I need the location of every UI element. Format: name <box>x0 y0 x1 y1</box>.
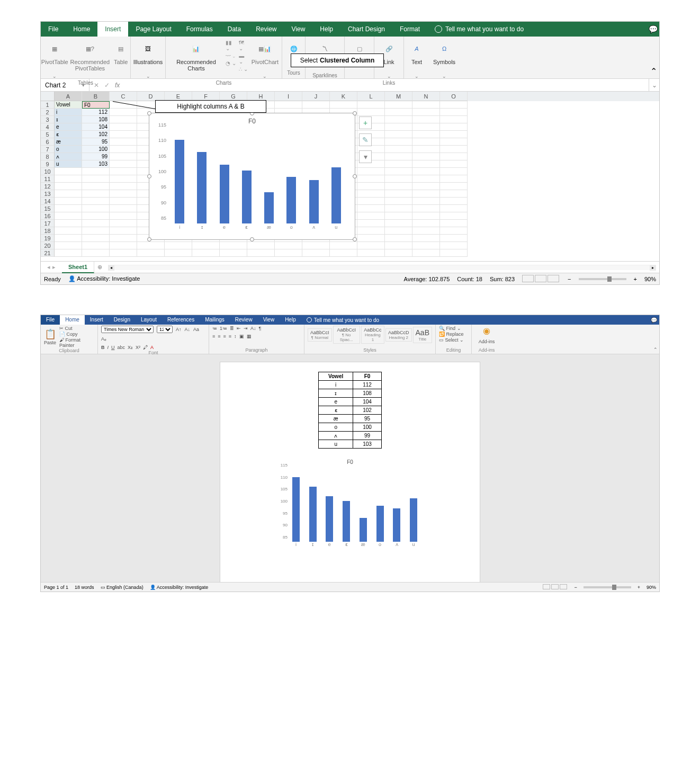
chart-type-gallery[interactable]: ▮▮ 〰 ◔ <box>226 40 237 66</box>
bar[interactable] <box>309 487 317 542</box>
cell[interactable] <box>440 227 468 235</box>
cell[interactable] <box>330 242 357 249</box>
cell[interactable] <box>82 183 110 190</box>
cell[interactable] <box>440 242 468 249</box>
tab-design[interactable]: Design <box>109 315 136 325</box>
cell[interactable] <box>385 146 412 153</box>
cell[interactable] <box>412 123 440 131</box>
cell[interactable] <box>357 249 385 257</box>
cell[interactable] <box>440 183 468 190</box>
text-highlight-button[interactable]: 🖍 <box>143 345 148 350</box>
bar[interactable] <box>343 501 350 542</box>
tab-references[interactable]: References <box>162 315 200 325</box>
tab-home[interactable]: Home <box>66 22 97 37</box>
cell[interactable] <box>440 131 468 138</box>
cell[interactable] <box>55 168 82 175</box>
align-left-button[interactable]: ≡ <box>212 334 215 339</box>
scatter-chart-icon[interactable]: ∴ <box>239 66 249 72</box>
cell[interactable] <box>82 168 110 175</box>
zoom-out[interactable]: − <box>568 276 571 282</box>
style-tile[interactable]: AaBbCcI¶ No Spac... <box>333 326 360 344</box>
cell[interactable] <box>110 109 137 116</box>
cell[interactable] <box>385 138 412 146</box>
cell[interactable] <box>110 138 137 146</box>
line-spacing-button[interactable]: ↕ <box>234 334 237 339</box>
cell[interactable]: ʌ <box>55 153 82 160</box>
bar[interactable] <box>376 506 384 542</box>
cell[interactable] <box>110 153 137 160</box>
font-name-select[interactable]: Times New Roman <box>101 326 154 333</box>
zoom-in[interactable]: + <box>638 585 640 590</box>
cell[interactable] <box>82 190 110 198</box>
tab-review[interactable]: Review <box>230 315 258 325</box>
table-row[interactable]: æ95 <box>319 415 382 423</box>
cell[interactable] <box>110 160 137 168</box>
cell[interactable] <box>412 249 440 257</box>
resize-handle[interactable] <box>250 237 254 241</box>
cell[interactable] <box>82 212 110 220</box>
tab-data[interactable]: Data <box>220 22 248 37</box>
cell[interactable] <box>82 242 110 249</box>
line-chart-icon[interactable]: 〰 <box>226 53 237 59</box>
cell[interactable] <box>110 116 137 123</box>
cell[interactable] <box>357 212 385 220</box>
cell[interactable] <box>385 101 412 109</box>
cell[interactable]: o <box>55 146 82 153</box>
cell[interactable] <box>385 220 412 227</box>
cell[interactable] <box>385 109 412 116</box>
cell[interactable] <box>357 175 385 183</box>
cell[interactable] <box>385 212 412 220</box>
tell-me-box[interactable]: Tell me what you want to do <box>427 25 647 33</box>
bullets-button[interactable]: ≔ <box>212 326 217 331</box>
recommended-charts-button[interactable]: 📊Recommended Charts <box>169 40 223 71</box>
cell[interactable] <box>412 153 440 160</box>
cell[interactable]: ɛ <box>55 131 82 138</box>
cell[interactable] <box>110 198 137 205</box>
show-marks-button[interactable]: ¶ <box>259 326 262 331</box>
zoom-level[interactable]: 90% <box>647 585 656 590</box>
sort-button[interactable]: A↓ <box>250 326 256 331</box>
cell[interactable] <box>385 175 412 183</box>
tab-insert[interactable]: Insert <box>97 22 128 37</box>
multilevel-button[interactable]: ≣ <box>230 326 234 331</box>
style-tile[interactable]: AaBbCcI¶ Normal <box>308 328 332 342</box>
cell[interactable] <box>412 183 440 190</box>
cell[interactable] <box>357 198 385 205</box>
cell[interactable] <box>440 190 468 198</box>
cell[interactable] <box>165 242 192 249</box>
cell[interactable] <box>275 249 302 257</box>
cell[interactable] <box>440 138 468 146</box>
cell[interactable] <box>110 212 137 220</box>
new-sheet-button[interactable]: ⊕ <box>94 264 105 271</box>
format-painter-button[interactable]: 🖌 Format Painter <box>59 337 94 348</box>
cell[interactable]: Vowel <box>55 101 82 109</box>
cell[interactable]: u <box>55 160 82 168</box>
view-switcher[interactable] <box>522 275 560 283</box>
comments-icon[interactable]: 💬 <box>647 25 659 33</box>
tab-layout[interactable]: Layout <box>136 315 162 325</box>
bar-chart-icon[interactable]: ▬ <box>239 53 249 65</box>
cell[interactable] <box>357 242 385 249</box>
accessibility-status[interactable]: 👤 Accessibility: Investigate <box>68 275 140 282</box>
cell[interactable] <box>385 235 412 242</box>
table-row[interactable]: ɪ108 <box>319 389 382 398</box>
cell[interactable] <box>412 227 440 235</box>
cell[interactable]: 112 <box>82 109 110 116</box>
cell[interactable] <box>440 235 468 242</box>
cell[interactable] <box>412 220 440 227</box>
bar[interactable] <box>242 171 252 223</box>
cell[interactable] <box>82 249 110 257</box>
cell[interactable] <box>412 235 440 242</box>
table-row[interactable]: e104 <box>319 398 382 406</box>
cell[interactable] <box>440 123 468 131</box>
tab-file[interactable]: File <box>41 22 66 37</box>
decrease-indent-button[interactable]: ⇤ <box>237 326 241 331</box>
strikethrough-button[interactable]: abc <box>118 345 125 350</box>
cell[interactable] <box>412 131 440 138</box>
subscript-button[interactable]: X₂ <box>128 345 133 350</box>
cell[interactable] <box>110 235 137 242</box>
y-axis[interactable]: 859095100105110115 <box>155 130 167 223</box>
cell[interactable] <box>440 160 468 168</box>
zoom-slider[interactable] <box>579 278 626 280</box>
comments-icon[interactable]: 💬 <box>649 317 659 323</box>
